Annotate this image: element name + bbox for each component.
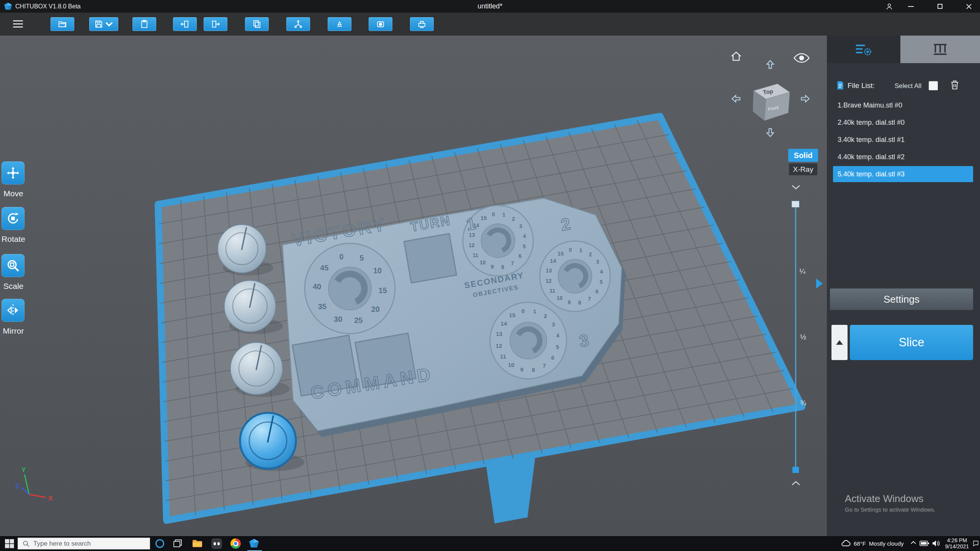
battery-icon [920,540,929,547]
render-mode-xray-button[interactable]: X-Ray [789,163,817,175]
clip-slider-collapse-button[interactable] [791,184,801,190]
support-button[interactable] [286,17,310,31]
svg-text:7: 7 [511,260,514,266]
render-mode-solid-button[interactable]: Solid [788,149,818,162]
chevron-up-icon [910,541,916,544]
close-icon [966,4,972,9]
user-account-button[interactable] [880,0,898,13]
close-button[interactable] [960,0,978,13]
taskbar-clock[interactable]: 4:26 PM 9/14/2021 [942,537,972,549]
battery-status[interactable] [920,540,929,547]
clip-slider-handle[interactable] [792,201,799,207]
panel-toggle-arrow[interactable] [816,279,823,289]
view-cube-top-label: Top [763,88,773,96]
clip-slider-quarter-label: ¼ [799,267,805,276]
minimize-button[interactable] [902,0,920,13]
action-center-button[interactable] [972,540,979,547]
open-file-button[interactable] [51,17,74,31]
svg-text:10: 10 [373,266,382,275]
mirror-tool-button[interactable] [2,299,24,322]
open-folder-icon [58,20,67,29]
speaker-icon [932,540,941,547]
home-icon [730,50,743,62]
cortana-button[interactable] [155,538,165,549]
rotate-view-right-button[interactable] [800,93,810,104]
chitubox-taskbar-button[interactable] [249,538,259,549]
screenshot-button[interactable] [369,17,392,31]
file-explorer-button[interactable] [192,539,202,548]
svg-text:15: 15 [379,286,387,295]
file-list-item[interactable]: 4.40k temp. dial.stl #2 [831,149,977,165]
slice-button[interactable]: Slice [850,325,973,360]
user-icon [885,3,893,10]
svg-text:8: 8 [532,367,535,373]
export-model-button[interactable] [204,17,227,31]
rotate-view-left-button[interactable] [731,93,742,104]
clip-slider-track[interactable] [795,204,796,468]
clipboard-button[interactable] [132,17,156,31]
mirror-tool-label: Mirror [0,326,27,336]
svg-text:9: 9 [520,366,523,373]
svg-text:9: 9 [491,264,494,270]
arrow-up-icon [764,59,776,70]
print-platform-button[interactable] [410,17,434,31]
svg-text:6: 6 [595,289,598,295]
settings-button[interactable]: Settings [830,289,973,310]
svg-text:4: 4 [600,269,603,275]
tab-support[interactable] [900,36,980,63]
eject-button[interactable] [328,17,351,31]
scale-tool-button[interactable] [2,254,24,277]
svg-text:11: 11 [550,288,555,294]
document-title: untitled* [0,0,980,13]
delete-files-button[interactable] [949,80,960,90]
rotate-view-down-button[interactable] [764,127,776,138]
visibility-button[interactable] [794,53,810,63]
chitubox-icon [249,538,259,549]
maximize-button[interactable] [931,0,949,13]
svg-text:0: 0 [339,253,343,261]
arrow-down-icon [764,127,776,138]
svg-text:10: 10 [557,295,563,301]
svg-text:3: 3 [552,321,555,328]
svg-text:25: 25 [354,316,363,324]
slice-stepper[interactable] [831,325,848,360]
weather-widget[interactable]: 68°F Mostly cloudy [841,538,904,548]
save-button[interactable] [89,17,118,31]
file-list-item-selected[interactable]: 5.40k temp. dial.stl #3 [833,166,973,182]
clip-slider-end-handle[interactable] [792,467,799,473]
rotate-view-up-button[interactable] [764,59,776,70]
volume-status[interactable] [932,540,941,547]
search-input[interactable] [33,540,140,548]
discord-button[interactable] [211,538,222,549]
windows-taskbar: 68°F Mostly cloudy 4:26 PM 9/14/2021 [0,536,980,551]
trash-icon [949,80,960,90]
start-button[interactable] [5,539,14,548]
file-list-item[interactable]: 2.40k temp. dial.stl #0 [831,114,977,130]
file-list-item[interactable]: 1.Brave Maimu.stl #0 [831,97,977,113]
copy-button[interactable] [245,17,269,31]
taskbar-search[interactable] [18,538,150,549]
svg-text:10: 10 [508,362,514,368]
view-cube[interactable]: Top Front [748,78,794,124]
rotate-tool-button[interactable] [2,207,24,230]
move-tool-button[interactable] [2,161,24,184]
svg-text:13: 13 [469,232,475,238]
import-model-button[interactable] [173,17,197,31]
select-all-checkbox[interactable] [929,81,938,90]
svg-text:15: 15 [558,251,564,257]
svg-text:1: 1 [502,212,505,218]
turn-dial-3 [490,302,567,379]
svg-text:3: 3 [596,259,599,265]
tab-file-settings[interactable] [827,36,900,63]
tray-overflow-button[interactable] [910,541,916,544]
task-view-button[interactable] [173,539,182,548]
main-menu-button[interactable] [13,20,23,29]
copy-icon [252,20,261,29]
home-view-button[interactable] [730,50,743,62]
chrome-button[interactable] [230,538,241,549]
svg-text:11: 11 [500,353,506,360]
svg-text:2: 2 [512,216,515,222]
file-list-item[interactable]: 3.40k temp. dial.stl #1 [831,132,977,148]
clip-slider-expand-button[interactable] [791,481,801,486]
svg-text:6: 6 [518,253,521,259]
